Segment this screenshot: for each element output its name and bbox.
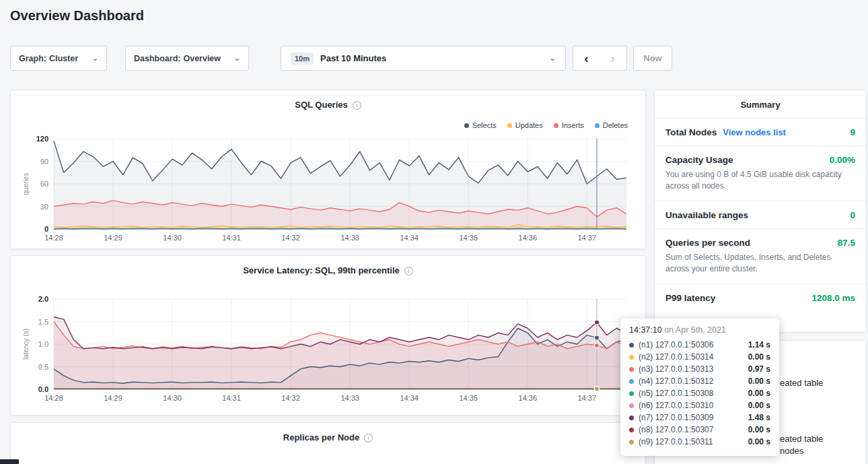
tooltip-date: on Apr 5th, 2021 (664, 325, 726, 335)
node-address: (n3) 127.0.0.1:50313 (639, 364, 744, 374)
svg-text:0: 0 (44, 225, 48, 233)
svg-text:14:34: 14:34 (400, 394, 419, 402)
svg-text:14:31: 14:31 (222, 394, 241, 402)
node-address: (n1) 127.0.0.1:50306 (639, 340, 744, 350)
chevron-left-icon: ‹ (584, 51, 588, 66)
summary-row-total-nodes: Total Nodes View nodes list 9 (655, 119, 866, 146)
node-latency-value: 0.00 s (748, 401, 770, 410)
graph-dropdown-value: Cluster (49, 54, 78, 63)
svg-text:14:32: 14:32 (281, 234, 300, 242)
node-address: (n7) 127.0.0.1:50309 (639, 413, 744, 422)
p99-value: 1208.0 ms (811, 293, 855, 303)
tooltip-node-row: (n4) 127.0.0.1:503120.00 s (629, 375, 770, 387)
svg-text:0.0: 0.0 (38, 385, 48, 393)
dashboard-dropdown-value: Overview (183, 54, 221, 63)
node-color-dot (629, 416, 634, 420)
svg-text:14:35: 14:35 (459, 234, 478, 242)
svg-text:14:29: 14:29 (104, 234, 122, 242)
tooltip-node-row: (n3) 127.0.0.1:503130.97 s (629, 363, 770, 375)
p99-label: P99 latency (665, 293, 715, 303)
service-latency-card: Service Latency: SQL, 99th percentilei 0… (10, 255, 646, 416)
service-latency-chart-area[interactable]: 0.00.51.01.52.014:2814:2914:3014:3114:32… (22, 294, 636, 412)
dashboard-dropdown-label: Dashboard: (134, 54, 180, 63)
tooltip-node-row: (n6) 127.0.0.1:503100.00 s (629, 399, 770, 411)
svg-text:1.0: 1.0 (38, 340, 48, 348)
dashboard-dropdown[interactable]: Dashboard:Overview ⌄ (125, 46, 249, 71)
legend-item-selects[interactable]: Selects (464, 121, 497, 129)
svg-text:14:36: 14:36 (519, 394, 538, 402)
node-color-dot (629, 403, 634, 408)
sql-queries-card: SQL Queriesi SelectsUpdatesInsertsDelete… (10, 90, 646, 249)
sql-queries-chart[interactable]: 030609012014:2814:2914:3014:3114:3214:33… (22, 133, 636, 249)
node-latency-value: 0.00 s (748, 352, 770, 362)
node-address: (n8) 127.0.0.1:50307 (639, 425, 744, 434)
capacity-description: You are using 0 B of 4.5 GiB usable disk… (665, 169, 855, 193)
node-color-dot (629, 391, 634, 396)
node-color-dot (629, 440, 634, 444)
node-latency-value: 0.00 s (748, 389, 770, 398)
svg-text:14:37: 14:37 (578, 394, 597, 402)
legend-item-deletes[interactable]: Deletes (595, 121, 628, 129)
tooltip-node-row: (n1) 127.0.0.1:503061.14 s (629, 339, 770, 351)
info-icon[interactable]: i (404, 267, 413, 275)
node-latency-value: 0.97 s (748, 364, 770, 374)
summary-row-capacity: Capacity Usage 0.00% You are using 0 B o… (655, 146, 866, 201)
tooltip-node-row: (n5) 127.0.0.1:503080.00 s (629, 387, 770, 399)
legend-label: Updates (515, 121, 543, 129)
time-back-button[interactable]: ‹ (573, 46, 600, 71)
node-latency-value: 1.14 s (748, 340, 770, 350)
sql-queries-chart-area[interactable]: 030609012014:2814:2914:3014:3114:3214:33… (22, 133, 636, 252)
view-nodes-list-link[interactable]: View nodes list (723, 127, 786, 137)
node-latency-value: 0.00 s (748, 376, 770, 386)
total-nodes-value: 9 (850, 127, 855, 137)
time-range-label: Past 10 Minutes (320, 53, 386, 63)
unavailable-ranges-value: 0 (850, 210, 855, 220)
time-range-selector[interactable]: 10m Past 10 Minutes ⌄ (281, 46, 566, 71)
chart-title: Service Latency: SQL, 99th percentile (243, 265, 400, 275)
svg-text:14:36: 14:36 (519, 234, 538, 242)
svg-text:14:31: 14:31 (222, 234, 241, 242)
partial-overlay-element (0, 459, 19, 464)
service-latency-title: Service Latency: SQL, 99th percentilei (11, 265, 645, 275)
node-latency-value: 1.48 s (748, 413, 770, 422)
legend-item-inserts[interactable]: Inserts (554, 121, 584, 129)
replicas-per-node-card: Replicas per Nodei (10, 422, 646, 464)
node-color-dot (629, 379, 634, 384)
legend-label: Selects (472, 121, 497, 129)
legend-dot (464, 123, 469, 128)
svg-text:0.5: 0.5 (38, 363, 48, 371)
summary-title: Summary (655, 90, 866, 119)
now-button[interactable]: Now (633, 46, 672, 71)
svg-text:14:35: 14:35 (459, 394, 478, 402)
capacity-value: 0.00% (830, 155, 855, 165)
svg-text:90: 90 (40, 158, 48, 166)
chart-hover-tooltip: 14:37:10 on Apr 5th, 2021 (n1) 127.0.0.1… (620, 319, 779, 456)
summary-row-qps: Queries per second 87.5 Sum of Selects, … (655, 229, 866, 284)
chevron-down-icon: ⌄ (234, 55, 240, 62)
page-title: Overview Dashboard (10, 8, 144, 24)
time-range-badge: 10m (291, 53, 314, 65)
chart-title: Replicas per Node (283, 432, 359, 442)
summary-row-p99: P99 latency 1208.0 ms (655, 284, 866, 311)
replicas-per-node-title: Replicas per Nodei (11, 432, 645, 442)
svg-text:30: 30 (40, 203, 48, 211)
node-address: (n2) 127.0.0.1:50314 (639, 352, 744, 362)
time-forward-button[interactable]: › (600, 46, 627, 71)
svg-text:14:28: 14:28 (44, 394, 63, 402)
tooltip-time: 14:37:10 (629, 325, 662, 335)
node-color-dot (629, 343, 634, 347)
capacity-label: Capacity Usage (665, 155, 733, 165)
svg-text:60: 60 (40, 180, 48, 188)
sql-queries-title: SQL Queriesi (11, 100, 645, 110)
info-icon[interactable]: i (364, 434, 373, 442)
node-color-dot (629, 367, 634, 372)
info-icon[interactable]: i (353, 101, 361, 110)
event-text-fragment: eated table (780, 434, 823, 444)
legend-dot (507, 123, 512, 128)
service-latency-chart[interactable]: 0.00.51.01.52.014:2814:2914:3014:3114:32… (22, 294, 636, 409)
svg-text:14:33: 14:33 (340, 394, 359, 402)
legend-item-updates[interactable]: Updates (507, 121, 543, 129)
graph-dropdown[interactable]: Graph:Cluster ⌄ (10, 46, 107, 71)
chart-title: SQL Queries (295, 100, 348, 110)
chevron-down-icon: ⌄ (92, 55, 98, 62)
